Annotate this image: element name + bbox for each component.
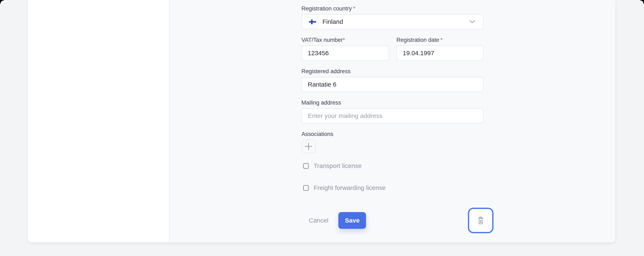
- cancel-button[interactable]: Cancel: [309, 217, 328, 224]
- add-association-button[interactable]: [302, 139, 316, 153]
- registered-address-label: Registered address: [302, 68, 484, 74]
- registration-form: Registration country* Finland VAT/Tax nu…: [302, 0, 484, 243]
- form-actions-row: Cancel Save: [302, 208, 484, 233]
- vat-number-input[interactable]: [302, 46, 389, 61]
- chevron-down-icon: [469, 20, 476, 24]
- required-asterisk: *: [353, 5, 355, 12]
- required-asterisk: *: [440, 37, 443, 43]
- transport-license-label: Transport license: [314, 162, 362, 169]
- left-sidebar-panel: [28, 0, 169, 243]
- registration-date-label: Registration date*: [396, 37, 484, 43]
- registration-date-field-group: Registration date*: [396, 37, 484, 61]
- trash-icon: [476, 216, 485, 225]
- window-corner-top-left: [0, 0, 4, 4]
- vat-date-row: VAT/Tax number* Registration date*: [302, 37, 484, 61]
- vat-number-label: VAT/Tax number*: [302, 37, 389, 43]
- transport-license-row: Transport license: [302, 162, 484, 169]
- mailing-address-label: Mailing address: [302, 100, 484, 106]
- required-asterisk: *: [343, 37, 345, 43]
- window-corner-top-right: [640, 0, 644, 4]
- transport-license-checkbox[interactable]: [303, 163, 309, 169]
- plus-icon: [304, 142, 312, 150]
- freight-forwarding-license-label: Freight forwarding license: [314, 184, 386, 191]
- registration-country-label: Registration country*: [302, 6, 484, 11]
- associations-label: Associations: [302, 131, 484, 137]
- main-card: Registration country* Finland VAT/Tax nu…: [28, 0, 615, 243]
- freight-license-row: Freight forwarding license: [302, 184, 484, 191]
- mailing-address-input[interactable]: [302, 108, 484, 124]
- form-content-area: Registration country* Finland VAT/Tax nu…: [170, 0, 615, 243]
- registration-date-input[interactable]: [396, 46, 484, 61]
- freight-forwarding-license-checkbox[interactable]: [303, 185, 309, 191]
- save-button[interactable]: Save: [338, 212, 366, 229]
- registration-country-select[interactable]: Finland: [302, 14, 484, 29]
- finland-flag-icon: [309, 19, 316, 24]
- delete-button[interactable]: [468, 208, 494, 233]
- registered-address-input[interactable]: [302, 77, 484, 92]
- vat-field-group: VAT/Tax number*: [302, 37, 389, 61]
- registration-country-value: Finland: [322, 18, 469, 25]
